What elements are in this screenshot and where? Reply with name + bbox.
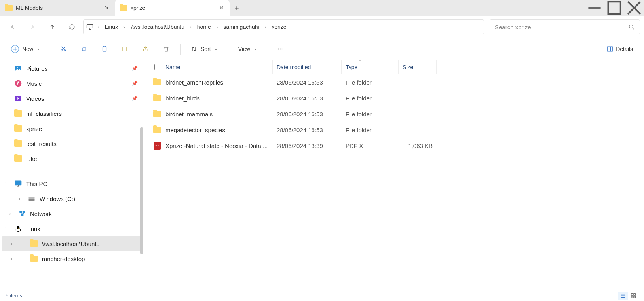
svg-rect-4 [87,24,93,28]
sidebar-thispc[interactable]: ˅ This PC [0,176,143,191]
up-button[interactable] [44,19,61,35]
sidebar-item-mlclassifiers[interactable]: ml_classifiers [0,106,143,121]
table-row[interactable]: PDFXprize -Natural state - Neoxia - Data… [143,138,644,153]
sidebar-item-wsl-ubuntu[interactable]: › \\wsl.localhost\Ubuntu [2,236,142,251]
column-name[interactable]: Name [164,60,273,74]
search-box[interactable] [490,19,640,34]
table-row[interactable]: birdnet_mammals28/06/2024 16:53File fold… [143,106,644,122]
pin-icon: 📌 [132,81,138,86]
svg-rect-27 [21,214,24,216]
minimize-button[interactable] [585,0,604,16]
details-pane-button[interactable]: Details [602,41,637,57]
sort-label: Sort [201,46,211,52]
sidebar-item-xprize[interactable]: xprize [0,121,143,136]
chevron-right-icon[interactable]: › [214,25,220,29]
close-button[interactable] [624,0,644,16]
svg-rect-8 [83,48,86,51]
share-button[interactable] [137,41,154,57]
file-name: Xprize -Natural state - Neoxia - Data ..… [164,142,273,149]
column-size[interactable]: Size [399,60,437,74]
chevron-right-icon[interactable]: › [121,25,127,29]
table-row[interactable]: birdnet_birds28/06/2024 16:53File folder [143,90,644,106]
back-button[interactable] [4,19,21,35]
sidebar-item-music[interactable]: Music 📌 [0,76,143,91]
svg-point-15 [281,49,282,49]
new-button[interactable]: New ▾ [7,41,43,57]
chevron-right-icon[interactable]: › [19,196,24,201]
cut-button[interactable] [55,41,72,57]
new-tab-button[interactable]: ＋ [230,3,244,13]
tab-mlmodels[interactable]: ML Models ✕ [0,0,115,16]
svg-rect-24 [29,197,35,199]
chevron-right-icon[interactable]: › [11,256,16,261]
chevron-right-icon[interactable]: › [9,211,14,216]
viewmode-details-button[interactable] [618,292,628,300]
sidebar-item-label: xprize [26,125,42,132]
table-row[interactable]: megadetector_species28/06/2024 16:53File… [143,122,644,138]
column-date[interactable]: Date modified [273,60,342,74]
scrollbar-thumb[interactable] [140,127,143,254]
refresh-button[interactable] [63,19,81,35]
address-row: › Linux › \\wsl.localhost\Ubuntu › home … [0,16,644,38]
network-icon [18,210,26,218]
sidebar-item-videos[interactable]: Videos 📌 [0,91,143,106]
breadcrumb-xprize[interactable]: xprize [270,22,288,32]
folder-icon [30,240,38,247]
chevron-right-icon[interactable]: › [188,25,194,29]
sidebar-linux[interactable]: ˅ Linux [0,221,143,236]
file-name: birdnet_mammals [164,111,273,117]
folder-icon [5,5,13,11]
breadcrumb-home[interactable]: home [196,22,213,32]
svg-point-13 [278,49,279,49]
rename-button[interactable] [116,41,134,57]
forward-button[interactable] [24,19,41,35]
drive-icon [28,195,36,203]
search-input[interactable] [495,24,628,30]
copy-button[interactable] [75,41,93,57]
breadcrumb-wsl[interactable]: \\wsl.localhost\Ubuntu [129,22,186,32]
chevron-down-icon[interactable]: ˅ [5,181,10,186]
chevron-right-icon[interactable]: › [262,25,269,29]
address-bar[interactable]: › Linux › \\wsl.localhost\Ubuntu › home … [83,19,484,34]
view-button[interactable]: View ▾ [224,41,260,57]
chevron-down-icon[interactable]: ˅ [5,226,10,231]
chevron-right-icon[interactable]: › [95,25,102,29]
folder-icon [153,79,161,85]
select-all-checkbox[interactable] [143,64,164,70]
delete-button[interactable] [158,41,175,57]
breadcrumb-linux[interactable]: Linux [103,22,120,32]
sidebar-item-windows-c[interactable]: › Windows (C:) [0,191,143,206]
sidebar-item-label: This PC [26,180,47,187]
sidebar-item-luke[interactable]: luke [0,151,143,166]
sidebar-network[interactable]: › Network [0,206,143,221]
chevron-right-icon[interactable]: › [11,241,16,246]
sidebar-item-label: Pictures [26,65,47,72]
sidebar-item-pictures[interactable]: Pictures 📌 [0,61,143,76]
details-label: Details [616,46,633,52]
separator [266,44,266,55]
sort-button[interactable]: Sort ▾ [186,41,221,57]
window-controls [585,0,644,16]
table-row[interactable]: birdnet_amphReptiles28/06/2024 16:53File… [143,74,644,90]
close-icon[interactable]: ✕ [104,5,110,11]
sidebar-item-label: \\wsl.localhost\Ubuntu [42,240,100,247]
column-headers: ˄ Name Date modified Type Size [143,60,644,74]
tab-xprize[interactable]: xprize ✕ [115,0,230,16]
file-list: birdnet_amphReptiles28/06/2024 16:53File… [143,74,644,290]
viewmode-icons-button[interactable] [628,292,638,300]
file-date: 28/06/2024 16:53 [273,127,342,133]
sidebar-item-testresults[interactable]: test_results [0,136,143,151]
svg-rect-25 [19,211,22,213]
breadcrumb-user[interactable]: sammigachuhi [222,22,260,32]
paste-button[interactable] [96,41,113,57]
maximize-button[interactable] [604,0,624,16]
sidebar-item-label: Network [30,210,52,217]
folder-icon [30,256,38,262]
svg-point-19 [17,67,18,68]
column-type[interactable]: Type [342,60,399,74]
svg-rect-9 [82,47,85,50]
close-icon[interactable]: ✕ [218,5,225,11]
tabs-bar: ML Models ✕ xprize ✕ ＋ [0,0,644,16]
more-button[interactable] [272,41,289,57]
sidebar-item-rancher[interactable]: › rancher-desktop [0,251,143,266]
